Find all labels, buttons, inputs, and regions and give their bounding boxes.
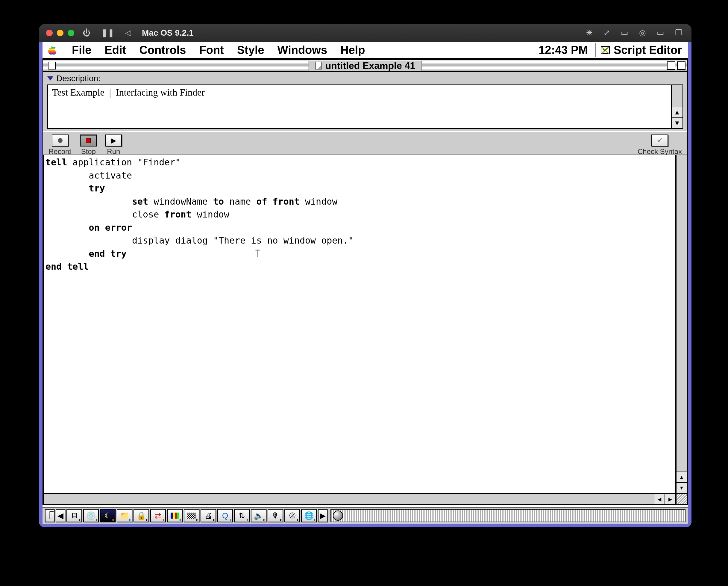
scroll-left-arrow-icon[interactable]: ◀: [654, 494, 665, 504]
description-scrollbar[interactable]: ▲ ▼: [672, 85, 682, 128]
energy-icon[interactable]: ☾▸: [100, 509, 115, 522]
check-syntax-button[interactable]: ✔: [651, 135, 668, 147]
traffic-lights: [46, 30, 74, 36]
svg-rect-2: [173, 513, 175, 519]
printer-icon[interactable]: 🖨▸: [201, 509, 216, 522]
host-titlebar: ⏻ ❚❚ ◁ Mac OS 9.2.1 ✳︎ ⤢ ▭ ◎ ▭ ❐: [39, 24, 692, 42]
pause-icon[interactable]: ❚❚: [99, 28, 117, 38]
remote-access-icon[interactable]: ⇅▸: [234, 509, 250, 522]
scroll-down-icon[interactable]: ▼: [672, 118, 682, 128]
disclosure-triangle-icon: [47, 76, 53, 80]
text-cursor-icon: 𝙸: [254, 247, 262, 260]
disk-icon[interactable]: ▭: [619, 28, 631, 38]
scroll-up-icon[interactable]: ▲: [672, 107, 682, 118]
scroll-up-arrow-icon[interactable]: ▲: [677, 471, 687, 482]
description-section: Description: ▲ ▼: [43, 72, 687, 131]
description-box: ▲ ▼: [47, 84, 683, 129]
apple-menu-icon[interactable]: [46, 45, 57, 55]
menu-windows[interactable]: Windows: [271, 44, 334, 57]
window-collapse-box[interactable]: [677, 62, 685, 70]
menu-font[interactable]: Font: [192, 44, 230, 57]
scale-icon[interactable]: ⤢: [601, 28, 613, 38]
location-icon[interactable]: ⇄▸: [150, 509, 166, 522]
menubar-divider: [595, 43, 596, 57]
cd-icon[interactable]: 💿▸: [83, 509, 99, 522]
window-zoom-box[interactable]: [667, 62, 675, 70]
appletalk-icon[interactable]: ②▸: [284, 509, 300, 522]
menubar: File Edit Controls Font Style Windows He…: [43, 42, 688, 59]
script-editor-window: untitled Example 41 Description: ▲: [43, 59, 688, 505]
description-disclosure[interactable]: Description:: [47, 74, 683, 83]
host-title: Mac OS 9.2.1: [142, 28, 194, 38]
menu-controls[interactable]: Controls: [133, 44, 192, 57]
back-icon[interactable]: ◁: [123, 28, 133, 38]
description-label: Description:: [56, 74, 101, 83]
power-icon[interactable]: ⏻: [80, 28, 93, 38]
horizontal-scrollbar[interactable]: ◀ ▶: [43, 494, 676, 505]
svg-rect-6: [187, 513, 196, 519]
check-icon: ✔: [657, 136, 663, 145]
window-title-text: untitled Example 41: [326, 60, 415, 71]
folder-icon[interactable]: ▭: [654, 28, 667, 38]
host-minimize-button[interactable]: [57, 30, 63, 36]
svg-rect-1: [171, 513, 173, 519]
svg-rect-3: [175, 513, 177, 519]
control-strip-tab[interactable]: ⎾: [45, 509, 54, 522]
menu-edit[interactable]: Edit: [98, 44, 133, 57]
document-icon: [315, 62, 322, 70]
application-menu-label: Script Editor: [614, 44, 682, 57]
menu-style[interactable]: Style: [231, 44, 271, 57]
control-strip-grip[interactable]: [331, 509, 685, 522]
keychain-icon[interactable]: 🔒▸: [133, 509, 149, 522]
record-icon: [58, 138, 62, 143]
window-resize-handle[interactable]: [676, 494, 687, 505]
grip-handle-icon: [333, 511, 343, 521]
sound-source-icon[interactable]: 🎙▸: [268, 509, 283, 522]
scroll-down-arrow-icon[interactable]: ▼: [677, 482, 687, 493]
vertical-scrollbar[interactable]: ▲ ▼: [676, 154, 687, 494]
file-sharing-icon[interactable]: 📁▸: [117, 509, 132, 522]
monitor-icon[interactable]: 🖥▸: [67, 509, 82, 522]
host-zoom-button[interactable]: [68, 30, 74, 36]
host-close-button[interactable]: [46, 30, 53, 36]
windows-icon[interactable]: ❐: [673, 28, 684, 38]
description-input[interactable]: [48, 85, 672, 128]
window-title: untitled Example 41: [309, 60, 422, 71]
quicktime-icon[interactable]: Q▸: [217, 509, 233, 522]
stop-icon: [86, 138, 91, 143]
menubar-clock[interactable]: 12:43 PM: [533, 44, 593, 57]
control-strip: ⎾ ◀ 🖥▸ 💿▸ ☾▸ 📁▸ 🔒▸ ⇄▸ ▸ ▸ 🖨▸ Q▸ ⇅▸ 🔈▸ 🎙▸…: [43, 507, 688, 524]
svg-rect-4: [177, 513, 179, 519]
record-button[interactable]: [52, 135, 69, 147]
stop-button[interactable]: [80, 135, 97, 147]
web-sharing-icon[interactable]: 🌐▸: [301, 509, 317, 522]
menu-help[interactable]: Help: [334, 44, 371, 57]
target-icon[interactable]: ◎: [637, 28, 648, 38]
application-menu[interactable]: Script Editor: [597, 44, 684, 57]
control-strip-left-arrow[interactable]: ◀: [56, 509, 65, 522]
window-titlebar[interactable]: untitled Example 41: [43, 60, 687, 72]
resolution-icon[interactable]: ▸: [184, 509, 199, 522]
menu-file[interactable]: File: [65, 44, 98, 57]
spinner-icon: ✳︎: [584, 28, 595, 38]
script-editor-textarea[interactable]: tell application "Finder" activate try s…: [43, 154, 676, 494]
color-depth-icon[interactable]: ▸: [167, 509, 183, 522]
toolbar: Record Stop ▶ Run ✔ Check Syntax: [43, 131, 687, 158]
run-icon: ▶: [111, 136, 116, 145]
script-editor-icon: [600, 45, 610, 55]
emulator-window: ⏻ ❚❚ ◁ Mac OS 9.2.1 ✳︎ ⤢ ▭ ◎ ▭ ❐: [39, 24, 692, 527]
scroll-right-arrow-icon[interactable]: ▶: [665, 494, 675, 504]
window-close-box[interactable]: [48, 62, 56, 70]
control-strip-right-arrow[interactable]: ▶: [318, 509, 328, 522]
sound-volume-icon[interactable]: 🔈▸: [251, 509, 266, 522]
run-button[interactable]: ▶: [105, 135, 122, 147]
mac-os-screen: File Edit Controls Font Style Windows He…: [39, 42, 692, 527]
